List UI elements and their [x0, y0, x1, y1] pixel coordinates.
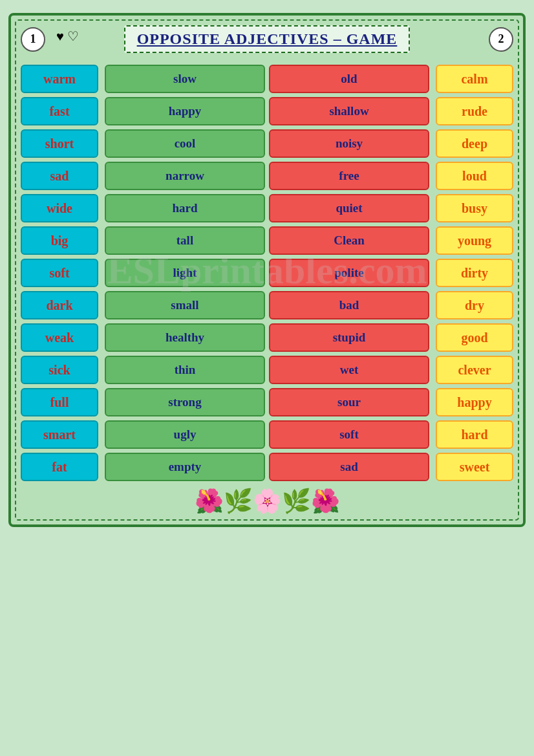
page-title: OPPOSITE ADJECTIVES – GAME [137, 30, 398, 47]
red-word: shallow [269, 97, 429, 125]
red-word: old [269, 65, 429, 93]
left-word: sad [21, 162, 98, 190]
green-word: happy [105, 97, 265, 125]
right-word: rude [436, 97, 513, 125]
red-word: sad [269, 453, 429, 481]
right-word: clever [436, 356, 513, 384]
left-word: soft [21, 259, 98, 287]
red-word: sour [269, 388, 429, 416]
green-word: empty [105, 453, 265, 481]
right-word: dry [436, 291, 513, 319]
main-content: warmfastshortsadwidebigsoftdarkweaksickf… [21, 65, 513, 481]
green-word: ugly [105, 420, 265, 449]
red-word: wet [269, 356, 429, 384]
left-word: wide [21, 194, 98, 222]
green-word: slow [105, 65, 265, 93]
right-word: hard [436, 420, 513, 449]
red-word: polite [269, 259, 429, 287]
right-word: happy [436, 388, 513, 416]
right-word: good [436, 323, 513, 352]
number-left: 1 [21, 27, 45, 52]
left-word: sick [21, 356, 98, 384]
green-column: slowhappycoolnarrowhardtalllightsmallhea… [105, 65, 265, 481]
left-word: dark [21, 291, 98, 319]
left-word: fat [21, 453, 98, 481]
left-word: warm [21, 65, 98, 93]
green-word: healthy [105, 323, 265, 352]
red-word: free [269, 162, 429, 190]
green-word: tall [105, 226, 265, 255]
red-word: quiet [269, 194, 429, 222]
red-word: Clean [269, 226, 429, 255]
middle-columns: slowhappycoolnarrowhardtalllightsmallhea… [105, 65, 429, 481]
left-word: full [21, 388, 98, 416]
green-word: small [105, 291, 265, 319]
green-word: strong [105, 388, 265, 416]
right-word: young [436, 226, 513, 255]
left-word: short [21, 129, 98, 158]
left-word: smart [21, 420, 98, 449]
red-column: oldshallownoisyfreequietCleanpolitebadst… [269, 65, 429, 481]
left-word: weak [21, 323, 98, 352]
green-word: narrow [105, 162, 265, 190]
red-word: bad [269, 291, 429, 319]
header: 1 ♥ ♡ OPPOSITE ADJECTIVES – GAME 2 [21, 25, 513, 53]
left-column: warmfastshortsadwidebigsoftdarkweaksickf… [21, 65, 98, 481]
left-word: big [21, 226, 98, 255]
right-column: calmrudedeeploudbusyyoungdirtydrygoodcle… [436, 65, 513, 481]
red-word: soft [269, 420, 429, 449]
title-box: OPPOSITE ADJECTIVES – GAME [124, 25, 411, 53]
green-word: cool [105, 129, 265, 158]
page: 1 ♥ ♡ OPPOSITE ADJECTIVES – GAME 2 warmf… [8, 13, 526, 527]
hearts-decoration: ♥ ♡ [56, 28, 79, 44]
red-word: noisy [269, 129, 429, 158]
green-word: hard [105, 194, 265, 222]
right-word: busy [436, 194, 513, 222]
green-word: light [105, 259, 265, 287]
right-word: loud [436, 162, 513, 190]
right-word: dirty [436, 259, 513, 287]
left-word: fast [21, 97, 98, 125]
right-word: sweet [436, 453, 513, 481]
right-word: calm [436, 65, 513, 93]
green-word: thin [105, 356, 265, 384]
flower-decoration: 🌺🌿🌸🌿🌺 [21, 488, 513, 515]
right-word: deep [436, 129, 513, 158]
red-word: stupid [269, 323, 429, 352]
number-right: 2 [489, 27, 513, 52]
